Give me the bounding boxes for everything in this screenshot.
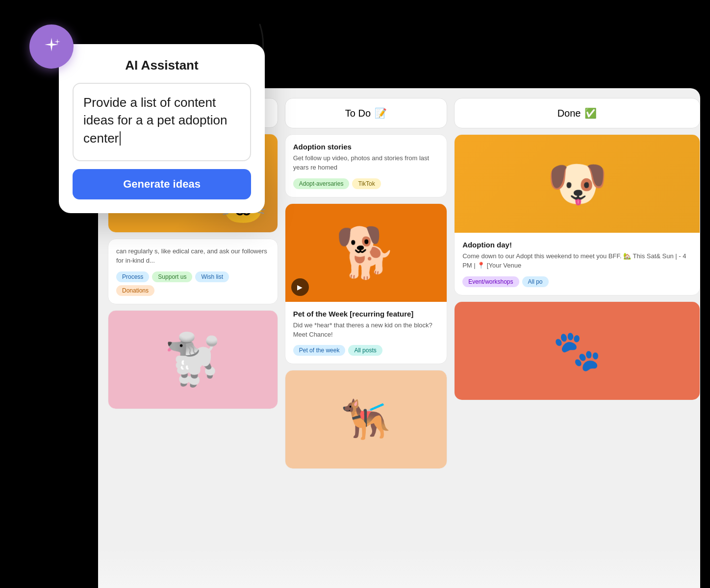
- card-tags: Adopt-aversaries TikTok: [293, 178, 439, 189]
- card-tags: Event/workshops All po: [462, 276, 692, 287]
- prompt-text: Provide a list of content ideas for a a …: [83, 95, 227, 146]
- done-cards: Adoption day! Come down to our Adopt thi…: [454, 134, 700, 400]
- tag[interactable]: Event/workshops: [462, 276, 519, 287]
- video-badge: ▶: [291, 278, 309, 296]
- card-title: Adoption day!: [462, 241, 692, 249]
- dalmatian-image: [455, 302, 700, 400]
- corgi-image: [285, 204, 447, 302]
- card-title: Adoption stories: [293, 143, 439, 151]
- tag[interactable]: Wish list: [195, 271, 229, 282]
- card-desc: Get follow up video, photos and stories …: [293, 154, 439, 172]
- column-done: Done ✅ Adoption day! Come down to our Ad…: [454, 98, 700, 588]
- dog-peach-image: [285, 370, 447, 468]
- tag[interactable]: All po: [522, 276, 549, 287]
- card-image-wrapper: ▶: [285, 204, 447, 302]
- column-label-todo: To Do: [345, 108, 371, 119]
- card-desc: can regularly s, like edical care, and a…: [116, 247, 270, 266]
- tag[interactable]: Process: [116, 271, 149, 282]
- list-item: ▶ Pet of the Week [recurring feature] Di…: [285, 203, 447, 365]
- dog-pink-image: [108, 311, 278, 409]
- card-title: Pet of the Week [recurring feature]: [293, 310, 439, 318]
- list-item: [454, 301, 700, 400]
- panel-title: AI Assistant: [73, 58, 251, 73]
- card-image-wrapper: [455, 135, 700, 233]
- list-item: [285, 370, 447, 469]
- card-content: Pet of the Week [recurring feature] Did …: [285, 302, 447, 364]
- todo-cards: Adoption stories Get follow up video, ph…: [285, 134, 447, 469]
- outer-container: AI Assistant Provide a list of content i…: [0, 0, 710, 588]
- list-item: Adoption day! Come down to our Adopt thi…: [454, 134, 700, 295]
- list-item: Adoption stories Get follow up video, ph…: [285, 134, 447, 197]
- tag[interactable]: TikTok: [352, 178, 380, 189]
- card-image-wrapper: [285, 370, 447, 468]
- column-todo: To Do 📝 Adoption stories Get follow up v…: [285, 98, 447, 588]
- tag[interactable]: Support us: [152, 271, 192, 282]
- column-label-done: Done: [558, 108, 581, 119]
- card-tags: Pet of the week All posts: [293, 345, 439, 356]
- ai-assistant-panel: AI Assistant Provide a list of content i…: [59, 44, 265, 213]
- tag[interactable]: All posts: [348, 345, 382, 356]
- list-item: [108, 310, 278, 409]
- ai-icon-circle[interactable]: [29, 24, 74, 69]
- generate-ideas-button[interactable]: Generate ideas: [73, 169, 251, 199]
- text-cursor: [120, 131, 121, 146]
- tag[interactable]: Adopt-aversaries: [293, 178, 350, 189]
- card-tags: Process Support us Wish list Donations: [116, 271, 270, 296]
- card-content: Adoption stories Get follow up video, ph…: [285, 135, 447, 197]
- todo-emoji: 📝: [375, 107, 387, 119]
- bulldog-image: [455, 135, 700, 233]
- card-desc: Come down to our Adopt this weekend to m…: [462, 252, 692, 270]
- card-content: Adoption day! Come down to our Adopt thi…: [455, 233, 700, 295]
- column-header-done: Done ✅: [454, 98, 700, 128]
- card-image-wrapper: [455, 302, 700, 400]
- column-header-todo: To Do 📝: [285, 98, 447, 128]
- done-emoji: ✅: [584, 107, 597, 119]
- card-image-wrapper: [108, 311, 278, 409]
- card-desc: Did we *hear* that theres a new kid on t…: [293, 321, 439, 340]
- sparkle-icon: [40, 35, 63, 58]
- list-item: can regularly s, like edical care, and a…: [108, 239, 278, 304]
- tag[interactable]: Pet of the week: [293, 345, 346, 356]
- card-content: can regularly s, like edical care, and a…: [108, 239, 278, 304]
- tag[interactable]: Donations: [116, 285, 154, 296]
- prompt-area[interactable]: Provide a list of content ideas for a a …: [73, 83, 251, 161]
